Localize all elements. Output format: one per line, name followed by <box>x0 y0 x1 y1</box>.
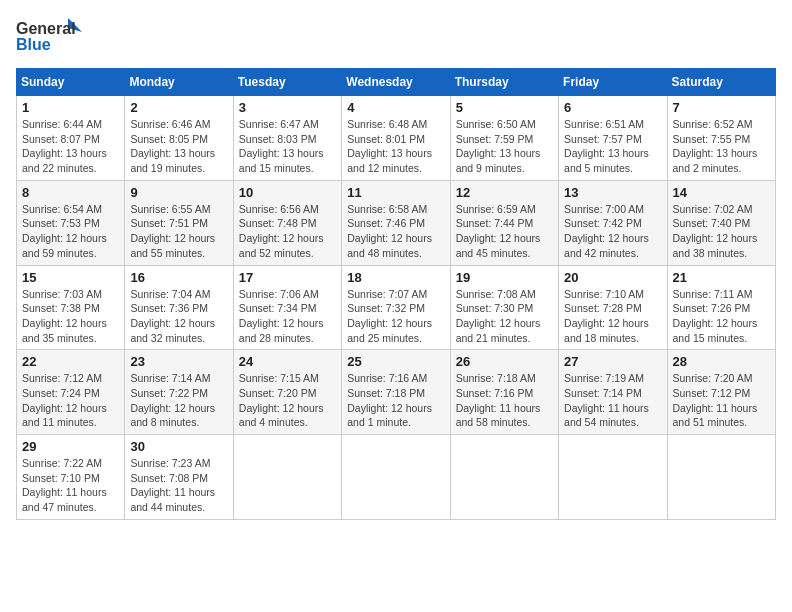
calendar-cell: 23Sunrise: 7:14 AMSunset: 7:22 PMDayligh… <box>125 350 233 435</box>
day-number: 25 <box>347 354 444 369</box>
header-tuesday: Tuesday <box>233 69 341 96</box>
day-info: Sunrise: 7:19 AMSunset: 7:14 PMDaylight:… <box>564 371 661 430</box>
day-info: Sunrise: 7:04 AMSunset: 7:36 PMDaylight:… <box>130 287 227 346</box>
calendar-cell: 29Sunrise: 7:22 AMSunset: 7:10 PMDayligh… <box>17 435 125 520</box>
day-info: Sunrise: 7:20 AMSunset: 7:12 PMDaylight:… <box>673 371 770 430</box>
calendar-cell: 15Sunrise: 7:03 AMSunset: 7:38 PMDayligh… <box>17 265 125 350</box>
day-number: 29 <box>22 439 119 454</box>
day-info: Sunrise: 6:52 AMSunset: 7:55 PMDaylight:… <box>673 117 770 176</box>
header-saturday: Saturday <box>667 69 775 96</box>
day-info: Sunrise: 7:12 AMSunset: 7:24 PMDaylight:… <box>22 371 119 430</box>
header-sunday: Sunday <box>17 69 125 96</box>
calendar-cell: 17Sunrise: 7:06 AMSunset: 7:34 PMDayligh… <box>233 265 341 350</box>
day-info: Sunrise: 6:59 AMSunset: 7:44 PMDaylight:… <box>456 202 553 261</box>
calendar-week-row: 15Sunrise: 7:03 AMSunset: 7:38 PMDayligh… <box>17 265 776 350</box>
header-friday: Friday <box>559 69 667 96</box>
calendar-table: SundayMondayTuesdayWednesdayThursdayFrid… <box>16 68 776 520</box>
calendar-cell <box>667 435 775 520</box>
day-number: 17 <box>239 270 336 285</box>
calendar-cell: 5Sunrise: 6:50 AMSunset: 7:59 PMDaylight… <box>450 96 558 181</box>
calendar-cell: 1Sunrise: 6:44 AMSunset: 8:07 PMDaylight… <box>17 96 125 181</box>
day-number: 9 <box>130 185 227 200</box>
calendar-cell: 10Sunrise: 6:56 AMSunset: 7:48 PMDayligh… <box>233 180 341 265</box>
calendar-cell: 26Sunrise: 7:18 AMSunset: 7:16 PMDayligh… <box>450 350 558 435</box>
day-info: Sunrise: 7:07 AMSunset: 7:32 PMDaylight:… <box>347 287 444 346</box>
day-number: 24 <box>239 354 336 369</box>
calendar-cell <box>450 435 558 520</box>
day-number: 19 <box>456 270 553 285</box>
calendar-week-row: 22Sunrise: 7:12 AMSunset: 7:24 PMDayligh… <box>17 350 776 435</box>
day-number: 30 <box>130 439 227 454</box>
day-number: 7 <box>673 100 770 115</box>
day-number: 27 <box>564 354 661 369</box>
day-number: 8 <box>22 185 119 200</box>
day-number: 15 <box>22 270 119 285</box>
header-wednesday: Wednesday <box>342 69 450 96</box>
calendar-cell: 22Sunrise: 7:12 AMSunset: 7:24 PMDayligh… <box>17 350 125 435</box>
page-header: GeneralBlue <box>16 16 776 60</box>
calendar-cell: 3Sunrise: 6:47 AMSunset: 8:03 PMDaylight… <box>233 96 341 181</box>
day-info: Sunrise: 6:46 AMSunset: 8:05 PMDaylight:… <box>130 117 227 176</box>
header-monday: Monday <box>125 69 233 96</box>
calendar-cell: 27Sunrise: 7:19 AMSunset: 7:14 PMDayligh… <box>559 350 667 435</box>
day-number: 11 <box>347 185 444 200</box>
calendar-cell: 6Sunrise: 6:51 AMSunset: 7:57 PMDaylight… <box>559 96 667 181</box>
day-number: 2 <box>130 100 227 115</box>
header-thursday: Thursday <box>450 69 558 96</box>
day-info: Sunrise: 7:06 AMSunset: 7:34 PMDaylight:… <box>239 287 336 346</box>
day-info: Sunrise: 7:14 AMSunset: 7:22 PMDaylight:… <box>130 371 227 430</box>
day-info: Sunrise: 7:22 AMSunset: 7:10 PMDaylight:… <box>22 456 119 515</box>
day-info: Sunrise: 7:02 AMSunset: 7:40 PMDaylight:… <box>673 202 770 261</box>
day-info: Sunrise: 7:03 AMSunset: 7:38 PMDaylight:… <box>22 287 119 346</box>
day-info: Sunrise: 6:58 AMSunset: 7:46 PMDaylight:… <box>347 202 444 261</box>
calendar-week-row: 1Sunrise: 6:44 AMSunset: 8:07 PMDaylight… <box>17 96 776 181</box>
calendar-header-row: SundayMondayTuesdayWednesdayThursdayFrid… <box>17 69 776 96</box>
day-number: 26 <box>456 354 553 369</box>
calendar-cell: 8Sunrise: 6:54 AMSunset: 7:53 PMDaylight… <box>17 180 125 265</box>
calendar-cell <box>342 435 450 520</box>
day-number: 4 <box>347 100 444 115</box>
logo: GeneralBlue <box>16 16 86 60</box>
calendar-cell <box>233 435 341 520</box>
calendar-cell: 18Sunrise: 7:07 AMSunset: 7:32 PMDayligh… <box>342 265 450 350</box>
day-number: 14 <box>673 185 770 200</box>
calendar-cell: 28Sunrise: 7:20 AMSunset: 7:12 PMDayligh… <box>667 350 775 435</box>
day-info: Sunrise: 7:18 AMSunset: 7:16 PMDaylight:… <box>456 371 553 430</box>
day-info: Sunrise: 6:54 AMSunset: 7:53 PMDaylight:… <box>22 202 119 261</box>
day-number: 18 <box>347 270 444 285</box>
day-number: 16 <box>130 270 227 285</box>
svg-text:Blue: Blue <box>16 36 51 53</box>
calendar-cell: 11Sunrise: 6:58 AMSunset: 7:46 PMDayligh… <box>342 180 450 265</box>
day-info: Sunrise: 7:16 AMSunset: 7:18 PMDaylight:… <box>347 371 444 430</box>
calendar-cell: 4Sunrise: 6:48 AMSunset: 8:01 PMDaylight… <box>342 96 450 181</box>
day-info: Sunrise: 6:48 AMSunset: 8:01 PMDaylight:… <box>347 117 444 176</box>
calendar-cell: 16Sunrise: 7:04 AMSunset: 7:36 PMDayligh… <box>125 265 233 350</box>
calendar-cell: 12Sunrise: 6:59 AMSunset: 7:44 PMDayligh… <box>450 180 558 265</box>
calendar-cell: 24Sunrise: 7:15 AMSunset: 7:20 PMDayligh… <box>233 350 341 435</box>
day-info: Sunrise: 6:55 AMSunset: 7:51 PMDaylight:… <box>130 202 227 261</box>
day-info: Sunrise: 7:08 AMSunset: 7:30 PMDaylight:… <box>456 287 553 346</box>
day-info: Sunrise: 7:00 AMSunset: 7:42 PMDaylight:… <box>564 202 661 261</box>
day-number: 13 <box>564 185 661 200</box>
day-info: Sunrise: 6:44 AMSunset: 8:07 PMDaylight:… <box>22 117 119 176</box>
day-info: Sunrise: 7:11 AMSunset: 7:26 PMDaylight:… <box>673 287 770 346</box>
day-info: Sunrise: 7:10 AMSunset: 7:28 PMDaylight:… <box>564 287 661 346</box>
calendar-cell: 7Sunrise: 6:52 AMSunset: 7:55 PMDaylight… <box>667 96 775 181</box>
day-number: 20 <box>564 270 661 285</box>
calendar-cell: 20Sunrise: 7:10 AMSunset: 7:28 PMDayligh… <box>559 265 667 350</box>
calendar-week-row: 29Sunrise: 7:22 AMSunset: 7:10 PMDayligh… <box>17 435 776 520</box>
day-info: Sunrise: 6:50 AMSunset: 7:59 PMDaylight:… <box>456 117 553 176</box>
calendar-cell: 14Sunrise: 7:02 AMSunset: 7:40 PMDayligh… <box>667 180 775 265</box>
day-number: 28 <box>673 354 770 369</box>
svg-text:General: General <box>16 20 76 37</box>
day-info: Sunrise: 7:15 AMSunset: 7:20 PMDaylight:… <box>239 371 336 430</box>
calendar-cell: 30Sunrise: 7:23 AMSunset: 7:08 PMDayligh… <box>125 435 233 520</box>
day-number: 10 <box>239 185 336 200</box>
day-info: Sunrise: 6:51 AMSunset: 7:57 PMDaylight:… <box>564 117 661 176</box>
day-info: Sunrise: 7:23 AMSunset: 7:08 PMDaylight:… <box>130 456 227 515</box>
day-number: 5 <box>456 100 553 115</box>
calendar-cell: 13Sunrise: 7:00 AMSunset: 7:42 PMDayligh… <box>559 180 667 265</box>
calendar-cell: 9Sunrise: 6:55 AMSunset: 7:51 PMDaylight… <box>125 180 233 265</box>
day-info: Sunrise: 6:56 AMSunset: 7:48 PMDaylight:… <box>239 202 336 261</box>
day-number: 23 <box>130 354 227 369</box>
